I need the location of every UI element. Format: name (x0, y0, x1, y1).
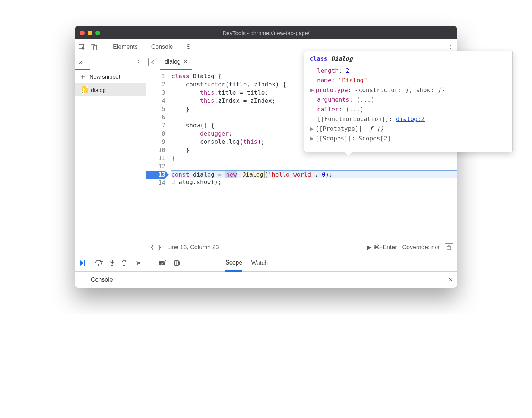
step-into-icon[interactable] (110, 259, 115, 267)
new-snippet-label: New snippet (89, 73, 120, 80)
editor-status-bar: { } Line 13, Column 23 ▶ ⌘+Enter Coverag… (146, 240, 457, 254)
resume-icon[interactable] (80, 260, 88, 266)
step-over-icon[interactable] (95, 260, 103, 266)
console-drawer: ⋮ Console × (75, 271, 457, 288)
console-drawer-label[interactable]: Console (91, 276, 113, 283)
content-area: » ⋮ ＋ New snippet dialog dialog × (75, 54, 457, 254)
plus-icon: ＋ (79, 72, 86, 82)
popover-row[interactable]: ▶[[Prototype]]: ƒ () (317, 124, 507, 134)
sidebar: » ⋮ ＋ New snippet dialog (75, 54, 146, 254)
sidebar-menu-icon[interactable]: ⋮ (132, 59, 146, 65)
current-line-marker: 13 (146, 171, 165, 179)
navigator-back-icon[interactable] (148, 58, 157, 66)
debugger-toolbar: Scope Watch (75, 254, 457, 271)
svg-rect-3 (84, 260, 85, 266)
tab-scope[interactable]: Scope (225, 254, 242, 272)
popover-row[interactable]: ▶[[Scopes]]: Scopes[2] (317, 134, 507, 143)
coverage-toggle-icon[interactable] (445, 243, 453, 251)
popover-row[interactable]: arguments: (...) (317, 95, 507, 105)
svg-point-6 (123, 264, 125, 266)
close-drawer-icon[interactable]: × (448, 275, 453, 285)
window-titlebar: DevTools - chrome://new-tab-page/ (75, 26, 457, 39)
svg-point-5 (111, 264, 113, 266)
device-toggle-icon[interactable] (89, 42, 99, 52)
line-gutter: 1 2 3 4 5 6 7 8 9 10 11 12 13 14 (146, 70, 169, 240)
console-menu-icon[interactable]: ⋮ (79, 276, 85, 283)
function-location-link[interactable]: dialog:2 (396, 115, 425, 123)
svg-rect-10 (175, 261, 177, 265)
editor-tab-label: dialog (165, 58, 181, 65)
expand-nav-icon[interactable]: » (75, 58, 87, 66)
new-snippet-button[interactable]: ＋ New snippet (75, 70, 146, 83)
devtools-window: DevTools - chrome://new-tab-page/ Elemen… (75, 26, 457, 288)
popover-row: length: 2 (317, 66, 507, 76)
tab-watch[interactable]: Watch (251, 254, 268, 272)
cursor-position: Line 13, Column 23 (167, 244, 219, 251)
svg-rect-2 (94, 45, 97, 50)
popover-row[interactable]: caller: (...) (317, 105, 507, 114)
current-line[interactable]: const dialog = new Dialog('hello world',… (171, 170, 457, 178)
sidebar-item-label: dialog (91, 87, 106, 93)
close-tab-icon[interactable]: × (184, 58, 188, 66)
tab-console[interactable]: Console (145, 39, 179, 54)
coverage-label: Coverage: n/a (402, 244, 440, 251)
separator (103, 42, 103, 52)
pause-on-exceptions-icon[interactable] (173, 260, 180, 266)
popover-row[interactable]: ▶prototype: {constructor: ƒ, show: ƒ} (317, 85, 507, 95)
step-out-icon[interactable] (121, 259, 127, 267)
svg-point-7 (139, 262, 140, 263)
popover-row: [[FunctionLocation]]: dialog:2 (317, 114, 507, 124)
popover-header: class Dialog (304, 51, 512, 65)
pretty-print-button[interactable]: { } (151, 244, 161, 251)
editor-tab-dialog[interactable]: dialog × (160, 54, 192, 70)
editor-column: dialog × 1 2 3 4 5 6 7 8 9 10 11 12 (146, 54, 457, 254)
object-preview-popover: class Dialog length: 2 name: "Dialog" ▶p… (304, 51, 513, 152)
tab-elements[interactable]: Elements (107, 39, 144, 54)
inspect-icon[interactable] (77, 42, 87, 52)
run-snippet-button[interactable]: ▶ ⌘+Enter (367, 244, 397, 251)
step-icon[interactable] (133, 260, 141, 266)
tab-sources[interactable]: S (180, 39, 196, 54)
svg-point-4 (98, 264, 99, 265)
popover-row: name: "Dialog" (317, 76, 507, 85)
deactivate-breakpoints-icon[interactable] (159, 260, 167, 266)
svg-rect-11 (177, 261, 178, 265)
snippet-file-icon (82, 86, 88, 93)
sidebar-header: » ⋮ (75, 54, 146, 70)
window-title: DevTools - chrome://new-tab-page/ (75, 30, 457, 36)
sidebar-item-dialog[interactable]: dialog (75, 83, 146, 96)
